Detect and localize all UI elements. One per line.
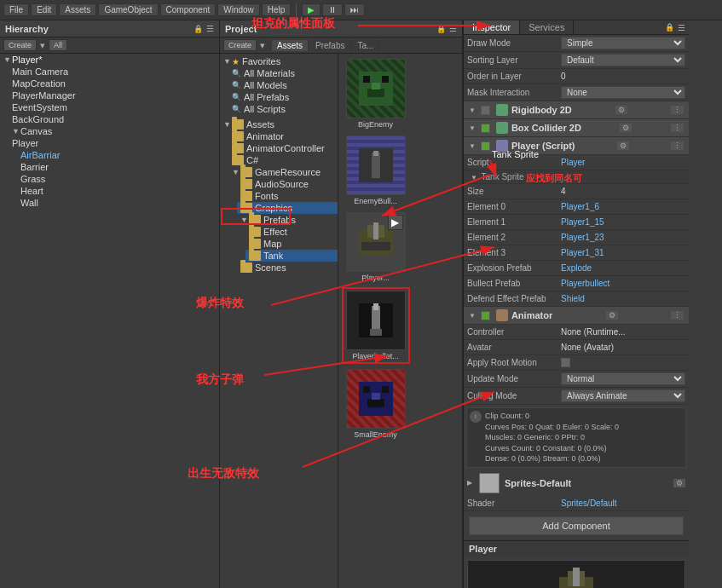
tab-prefabs[interactable]: Prefabs — [310, 40, 350, 51]
folder-animator-controller[interactable]: AnimatorController — [228, 142, 338, 154]
asset-enemybullet[interactable]: EnemyBull... — [342, 134, 410, 207]
rigidbody-checkbox[interactable] — [481, 106, 490, 115]
hierarchy-item-map-creation[interactable]: MapCreation — [9, 78, 219, 89]
sprite-default-label: Sprites-Default — [505, 478, 571, 488]
fav-all-models[interactable]: 🔍 All Models — [228, 79, 338, 91]
tab-assets[interactable]: Assets — [272, 40, 309, 51]
step-button[interactable]: ⏭ — [344, 3, 365, 16]
asset-small-enemy[interactable]: SmallEnemy — [342, 367, 410, 441]
favorites-group[interactable]: ▼ ★ Favorites — [220, 55, 338, 67]
rigidbody-settings-btn[interactable]: ⚙ — [615, 106, 627, 114]
inspector-menu-icon[interactable]: ☰ — [678, 23, 685, 32]
apply-root-label: Apply Root Motion — [467, 358, 561, 367]
hierarchy-item-main-camera[interactable]: Main Camera — [9, 66, 219, 78]
gameobject-menu[interactable]: GameObject — [98, 3, 158, 16]
hierarchy-all-button[interactable]: All — [49, 39, 67, 51]
svg-rect-7 — [373, 151, 378, 156]
help-menu[interactable]: Help — [262, 3, 292, 16]
hierarchy-item-grass[interactable]: Grass — [17, 173, 219, 185]
animator-more-btn[interactable]: ⋮ — [671, 311, 684, 320]
hierarchy-create-button[interactable]: Create — [3, 39, 37, 51]
asset-bigenemy[interactable]: BigEnemy — [342, 57, 410, 130]
hierarchy-item-background[interactable]: BackGround — [9, 113, 219, 125]
animator-header[interactable]: ▼ Animator ⚙ ⋮ — [464, 307, 689, 325]
folder-label: Prefabs — [263, 215, 296, 225]
culling-mode-select[interactable]: Always Animate — [561, 389, 685, 402]
add-component-button[interactable]: Add Component — [469, 516, 684, 535]
hierarchy-item-player[interactable]: Player — [9, 137, 219, 149]
collider-arrow-icon: ▼ — [469, 124, 476, 132]
folder-tank[interactable]: Tank — [245, 250, 338, 262]
file-menu[interactable]: File — [3, 3, 29, 16]
assets-menu[interactable]: Assets — [59, 3, 96, 16]
hierarchy-menu-icon[interactable]: ☰ — [206, 24, 214, 33]
asset-thumbnail-enemybullet — [346, 135, 406, 195]
animator-arrow-icon: ▼ — [469, 312, 476, 320]
hierarchy-item-air-barriar[interactable]: AirBarriar — [17, 149, 219, 161]
item-label: EventSystem — [12, 102, 67, 112]
window-menu[interactable]: Window — [217, 3, 260, 16]
tab-ta[interactable]: Ta... — [353, 40, 380, 51]
fav-all-scripts[interactable]: 🔍 All Scripts — [228, 103, 338, 115]
folder-effect[interactable]: Effect — [245, 226, 338, 238]
tab-inspector[interactable]: Inspector — [464, 20, 520, 34]
inspector-tabs: Inspector Services 🔒 ☰ — [464, 20, 689, 35]
project-panel: Project 🔒 ☰ Create ▾ Assets Prefabs Ta..… — [220, 20, 463, 588]
boxcollider2d-header[interactable]: ▼ Box Collider 2D ⚙ ⋮ — [464, 119, 689, 137]
play-button[interactable]: ▶ — [302, 3, 321, 16]
fav-all-prefabs[interactable]: 🔍 All Prefabs — [228, 91, 338, 103]
asset-playerbullet[interactable]: Playerbullet... — [342, 287, 410, 364]
script-ref-value: Player — [561, 158, 685, 167]
svg-rect-10 — [373, 222, 378, 239]
folder-scenes[interactable]: Scenes — [237, 262, 338, 274]
script-settings-btn[interactable]: ⚙ — [617, 141, 629, 150]
explosion-prefab-label: Explosion Prefab — [467, 263, 561, 273]
playerbullet-sprite-svg — [355, 299, 397, 342]
hierarchy-item-event-system[interactable]: EventSystem — [9, 101, 219, 113]
folder-audiosource[interactable]: AudioSource — [237, 178, 338, 190]
hierarchy-item-barrier[interactable]: Barrier — [17, 161, 219, 173]
collider-more-btn[interactable]: ⋮ — [671, 124, 684, 132]
fav-all-materials[interactable]: 🔍 All Materials — [228, 67, 338, 79]
collider-checkbox[interactable] — [481, 124, 490, 133]
folder-fonts[interactable]: Fonts — [237, 190, 338, 202]
tab-services[interactable]: Services — [520, 20, 574, 34]
pause-button[interactable]: ⏸ — [322, 3, 343, 16]
animator-settings-btn[interactable]: ⚙ — [606, 311, 618, 320]
sprite-settings-btn[interactable]: ⚙ — [673, 479, 685, 487]
draw-mode-select[interactable]: Simple — [561, 37, 685, 49]
component-menu[interactable]: Component — [160, 3, 217, 16]
unity-toolbar: File Edit Assets GameObject Component Wi… — [0, 0, 722, 20]
collider-settings-btn[interactable]: ⚙ — [620, 124, 632, 132]
mask-interaction-select[interactable]: None — [561, 86, 685, 99]
order-in-layer-value: 0 — [561, 72, 685, 81]
update-mode-select[interactable]: Normal — [561, 372, 685, 385]
hierarchy-scene[interactable]: ▼ Player* — [0, 54, 219, 66]
script-checkbox[interactable] — [481, 141, 490, 151]
edit-menu[interactable]: Edit — [31, 3, 57, 16]
asset-player[interactable]: ▶ Player... — [342, 210, 410, 284]
hierarchy-item-heart[interactable]: Heart — [17, 185, 219, 197]
animator-info-box: i Clip Count: 0 Curves Pos: 0 Quat: 0 Eu… — [466, 407, 686, 468]
sorting-layer-select[interactable]: Default — [561, 54, 685, 66]
animator-checkbox[interactable] — [481, 311, 490, 320]
sprite-swatch — [479, 473, 500, 493]
hierarchy-item-canvas[interactable]: ▼ Canvas — [9, 125, 219, 137]
folder-map[interactable]: Map — [245, 238, 338, 250]
project-menu-icon[interactable]: ☰ — [449, 24, 457, 33]
script-more-btn[interactable]: ⋮ — [671, 141, 684, 150]
rigidbody-more-btn[interactable]: ⋮ — [671, 106, 684, 114]
collider-component-icon — [496, 122, 508, 134]
folder-label: Tank — [263, 251, 283, 261]
project-create-button[interactable]: Create — [223, 39, 257, 51]
folder-animator[interactable]: Animator — [228, 130, 338, 142]
hierarchy-item-player-manager[interactable]: PlayerManager — [9, 89, 219, 101]
assets-group[interactable]: ▼ Assets — [220, 118, 338, 130]
rigidbody2d-header[interactable]: ▼ Rigidbody 2D ⚙ ⋮ — [464, 101, 689, 119]
hierarchy-item-wall[interactable]: Wall — [17, 197, 219, 209]
player-script-header[interactable]: ▼ Player (Script) ⚙ ⋮ — [464, 137, 689, 155]
item-label: AirBarriar — [20, 150, 60, 160]
folder-label: Animator — [246, 131, 284, 141]
apply-root-checkbox[interactable] — [561, 358, 570, 367]
hierarchy-toolbar: Create ▾ All — [0, 37, 219, 54]
